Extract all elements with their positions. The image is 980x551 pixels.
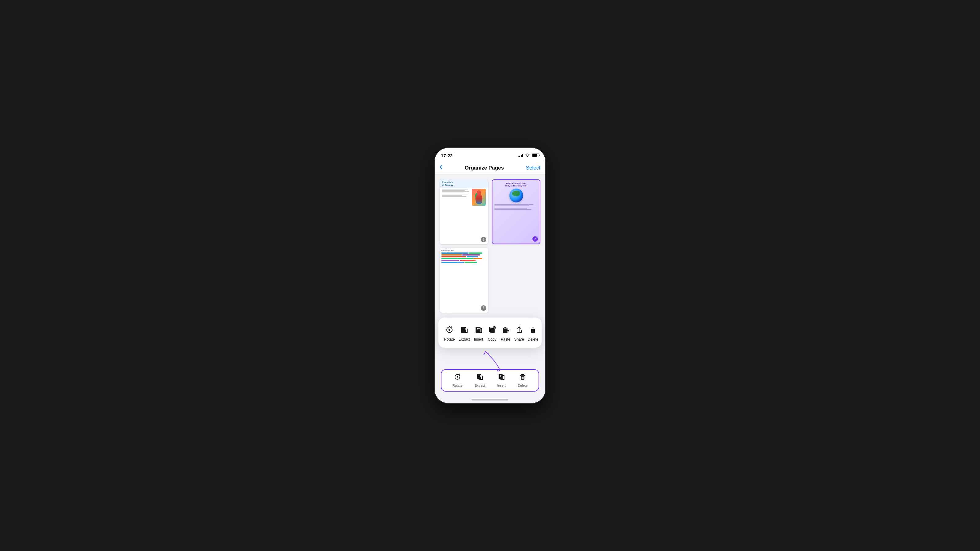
battery-fill — [532, 154, 537, 157]
context-menu-share-label: Share — [514, 337, 524, 341]
arrow-annotation — [440, 348, 540, 369]
chart-row-2 — [441, 254, 486, 256]
page1-preview: Essentialsof Ecology — [440, 179, 488, 244]
context-menu-delete[interactable]: Delete — [526, 324, 540, 343]
extract-icon — [459, 325, 469, 335]
page2-text-lines — [494, 204, 538, 210]
page2-title: How Can Improve YourStudy and Learning S… — [505, 183, 527, 187]
share-icon — [514, 325, 524, 335]
page-thumbnail-3[interactable]: DATA ANALYSIS — [440, 248, 488, 313]
page-title: Organize Pages — [465, 165, 504, 171]
svg-rect-10 — [504, 327, 507, 329]
parrot-head — [477, 191, 481, 195]
toolbar-delete-label: Delete — [518, 384, 528, 387]
toolbar-rotate-label: Rotate — [452, 384, 462, 387]
annotation-arrow-svg — [472, 350, 508, 372]
nav-bar: Organize Pages Select — [435, 162, 545, 175]
context-menu-delete-label: Delete — [528, 337, 539, 341]
back-button[interactable] — [440, 165, 443, 171]
toolbar-insert-label: Insert — [497, 384, 506, 387]
home-indicator — [435, 397, 545, 403]
context-menu-paste[interactable]: Paste — [499, 324, 512, 343]
page2-globe-image — [509, 189, 523, 202]
bottom-toolbar: Rotate Extract — [441, 369, 539, 392]
insert-icon — [474, 325, 484, 335]
page1-title: Essentialsof Ecology — [442, 181, 486, 186]
context-menu-rotate[interactable]: Rotate — [442, 324, 457, 343]
wifi-icon — [525, 153, 530, 158]
context-menu-copy[interactable]: Copy — [485, 324, 499, 343]
toolbar-rotate[interactable]: Rotate — [452, 373, 462, 387]
paste-icon — [501, 325, 511, 335]
chart-row-3 — [441, 256, 486, 257]
page2-preview: How Can Improve YourStudy and Learning S… — [492, 180, 540, 243]
phone-frame: 17:22 — [435, 148, 545, 403]
page1-parrot-image — [472, 189, 486, 206]
toolbar-extract-icon — [476, 373, 483, 382]
signal-bar-4 — [522, 154, 523, 157]
page3-title: DATA ANALYSIS — [441, 250, 486, 252]
chart-row-4 — [441, 258, 486, 259]
page3-preview: DATA ANALYSIS — [440, 248, 488, 313]
context-menu-extract[interactable]: Extract — [457, 324, 472, 343]
battery-icon — [532, 154, 539, 157]
context-menu-insert-label: Insert — [474, 337, 483, 341]
signal-bar-2 — [519, 156, 520, 157]
page1-text-col — [442, 189, 471, 243]
context-menu-copy-label: Copy — [488, 337, 496, 341]
context-menu-popup: Rotate Extract — [438, 318, 542, 348]
main-content: Essentialsof Ecology — [435, 175, 545, 396]
toolbar-insert[interactable]: Insert — [497, 373, 506, 387]
page1-body — [440, 188, 488, 244]
page-number-badge-1: 1 — [481, 237, 486, 242]
delete-icon — [528, 325, 538, 335]
toolbar-rotate-icon — [454, 373, 461, 382]
chart-row-6 — [441, 262, 486, 263]
toolbar-extract-label: Extract — [475, 384, 485, 387]
context-menu-insert[interactable]: Insert — [472, 324, 485, 343]
copy-icon — [487, 325, 497, 335]
page-number-badge-2: 2 — [532, 236, 538, 242]
signal-bar-1 — [518, 156, 519, 157]
status-time: 17:22 — [441, 153, 452, 158]
page-thumbnail-1[interactable]: Essentialsof Ecology — [440, 179, 488, 244]
parrot-body — [476, 194, 482, 204]
page3-chart — [441, 252, 486, 311]
home-bar — [472, 399, 508, 400]
context-menu-share[interactable]: Share — [512, 324, 526, 343]
chart-row-5 — [441, 260, 486, 261]
signal-bars-icon — [518, 154, 523, 157]
pages-grid: Essentialsof Ecology — [440, 179, 540, 312]
status-icons — [518, 153, 539, 158]
svg-point-8 — [493, 326, 496, 329]
toolbar-extract[interactable]: Extract — [475, 373, 485, 387]
rotate-icon — [444, 325, 454, 335]
context-menu-rotate-label: Rotate — [444, 337, 455, 341]
status-bar: 17:22 — [435, 148, 545, 162]
svg-point-17 — [457, 376, 458, 378]
select-button[interactable]: Select — [526, 165, 540, 171]
toolbar-delete-icon — [519, 373, 526, 382]
signal-bar-3 — [521, 155, 522, 157]
page1-header: Essentialsof Ecology — [440, 179, 488, 188]
svg-point-1 — [449, 329, 450, 331]
toolbar-insert-icon — [498, 373, 505, 382]
page-thumbnail-2[interactable]: How Can Improve YourStudy and Learning S… — [492, 179, 540, 244]
context-menu-extract-label: Extract — [458, 337, 470, 341]
toolbar-delete[interactable]: Delete — [518, 373, 528, 387]
context-menu-paste-label: Paste — [501, 337, 510, 341]
chart-row-1 — [441, 252, 486, 254]
page-number-badge-3: 3 — [481, 305, 486, 311]
